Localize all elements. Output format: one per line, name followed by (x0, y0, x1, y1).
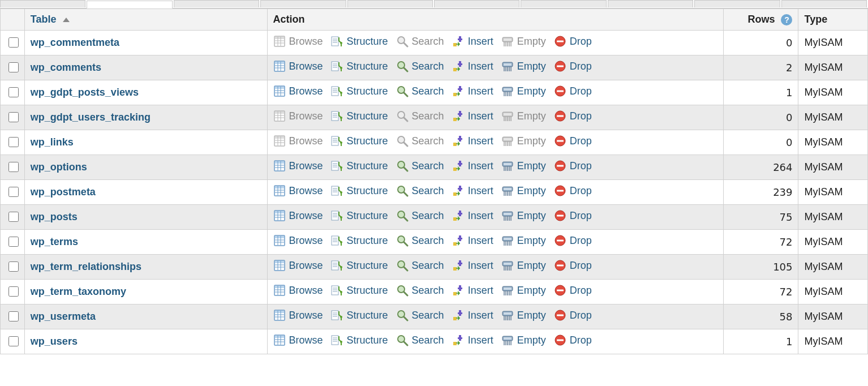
row-checkbox[interactable] (8, 87, 19, 97)
browse-link[interactable]: Browse (289, 85, 323, 97)
row-checkbox[interactable] (8, 62, 19, 72)
search-link[interactable]: Search (412, 61, 444, 72)
structure-link[interactable]: Structure (347, 310, 388, 321)
drop-link[interactable]: Drop (570, 185, 592, 197)
table-name-link[interactable]: wp_links (31, 136, 74, 148)
browse-link[interactable]: Browse (289, 285, 323, 297)
insert-link[interactable]: Insert (468, 185, 493, 197)
browse-link[interactable]: Browse (289, 310, 323, 321)
insert-link[interactable]: Insert (468, 285, 493, 297)
search-link[interactable]: Search (412, 334, 444, 346)
table-name-link[interactable]: wp_term_taxonomy (31, 286, 126, 297)
drop-link[interactable]: Drop (570, 310, 592, 321)
structure-link[interactable]: Structure (347, 260, 388, 272)
table-name-link[interactable]: wp_term_relationships (31, 261, 141, 272)
row-checkbox[interactable] (8, 336, 19, 346)
structure-link[interactable]: Structure (347, 110, 388, 122)
empty-link[interactable]: Empty (517, 260, 546, 272)
insert-link[interactable]: Insert (468, 61, 493, 72)
table-name-link[interactable]: wp_usermeta (31, 311, 96, 322)
empty-link[interactable]: Empty (517, 210, 546, 222)
help-icon[interactable]: ? (781, 14, 792, 25)
structure-link[interactable]: Structure (347, 85, 388, 97)
structure-link[interactable]: Structure (347, 185, 388, 197)
table-name-link[interactable]: wp_gdpt_users_tracking (31, 111, 151, 123)
structure-link[interactable]: Structure (347, 160, 388, 172)
tab[interactable] (0, 0, 85, 7)
header-rows[interactable]: Rows ? (723, 9, 798, 31)
browse-link[interactable]: Browse (289, 210, 323, 222)
tab[interactable] (521, 0, 606, 7)
structure-link[interactable]: Structure (347, 36, 388, 48)
row-checkbox[interactable] (8, 137, 19, 147)
empty-link[interactable]: Empty (517, 235, 546, 247)
insert-link[interactable]: Insert (468, 135, 493, 147)
drop-link[interactable]: Drop (570, 334, 592, 346)
drop-link[interactable]: Drop (570, 85, 592, 97)
row-checkbox[interactable] (8, 237, 19, 247)
table-name-link[interactable]: wp_options (31, 161, 87, 173)
empty-link[interactable]: Empty (517, 185, 546, 197)
search-link[interactable]: Search (412, 235, 444, 247)
tab[interactable] (347, 0, 433, 7)
row-checkbox[interactable] (8, 212, 19, 222)
row-checkbox[interactable] (8, 311, 19, 321)
row-checkbox[interactable] (8, 286, 19, 297)
browse-link[interactable]: Browse (289, 235, 323, 247)
drop-link[interactable]: Drop (570, 61, 592, 72)
row-checkbox[interactable] (8, 162, 19, 172)
tab[interactable] (781, 0, 867, 7)
header-table[interactable]: Table (24, 9, 267, 31)
tab[interactable] (174, 0, 259, 7)
tab[interactable] (434, 0, 519, 7)
browse-link[interactable]: Browse (289, 185, 323, 197)
empty-link[interactable]: Empty (517, 334, 546, 346)
search-link[interactable]: Search (412, 85, 444, 97)
insert-link[interactable]: Insert (468, 85, 493, 97)
drop-link[interactable]: Drop (570, 235, 592, 247)
browse-link[interactable]: Browse (289, 334, 323, 346)
insert-link[interactable]: Insert (468, 36, 493, 48)
tab[interactable] (608, 0, 693, 7)
drop-link[interactable]: Drop (570, 36, 592, 48)
insert-link[interactable]: Insert (468, 210, 493, 222)
insert-link[interactable]: Insert (468, 260, 493, 272)
insert-link[interactable]: Insert (468, 110, 493, 122)
drop-link[interactable]: Drop (570, 260, 592, 272)
table-name-link[interactable]: wp_posts (31, 211, 78, 222)
table-name-link[interactable]: wp_users (31, 336, 78, 347)
empty-link[interactable]: Empty (517, 61, 546, 72)
row-checkbox[interactable] (8, 37, 19, 48)
row-checkbox[interactable] (8, 187, 19, 197)
empty-link[interactable]: Empty (517, 85, 546, 97)
table-name-link[interactable]: wp_gdpt_posts_views (31, 87, 139, 98)
row-checkbox[interactable] (8, 112, 19, 122)
browse-link[interactable]: Browse (289, 160, 323, 172)
table-name-link[interactable]: wp_commentmeta (31, 37, 119, 48)
drop-link[interactable]: Drop (570, 160, 592, 172)
table-name-link[interactable]: wp_terms (31, 236, 78, 247)
empty-link[interactable]: Empty (517, 310, 546, 321)
drop-link[interactable]: Drop (570, 135, 592, 147)
table-name-link[interactable]: wp_postmeta (31, 186, 96, 198)
structure-link[interactable]: Structure (347, 334, 388, 346)
tab[interactable] (694, 0, 780, 7)
search-link[interactable]: Search (412, 310, 444, 321)
empty-link[interactable]: Empty (517, 160, 546, 172)
drop-link[interactable]: Drop (570, 285, 592, 297)
table-name-link[interactable]: wp_comments (31, 62, 101, 73)
structure-link[interactable]: Structure (347, 235, 388, 247)
search-link[interactable]: Search (412, 210, 444, 222)
header-type[interactable]: Type (798, 9, 868, 31)
tab[interactable] (260, 0, 346, 7)
drop-link[interactable]: Drop (570, 210, 592, 222)
tab-active[interactable] (87, 1, 172, 8)
search-link[interactable]: Search (412, 260, 444, 272)
insert-link[interactable]: Insert (468, 235, 493, 247)
structure-link[interactable]: Structure (347, 285, 388, 297)
search-link[interactable]: Search (412, 185, 444, 197)
insert-link[interactable]: Insert (468, 160, 493, 172)
insert-link[interactable]: Insert (468, 310, 493, 321)
structure-link[interactable]: Structure (347, 135, 388, 147)
structure-link[interactable]: Structure (347, 210, 388, 222)
